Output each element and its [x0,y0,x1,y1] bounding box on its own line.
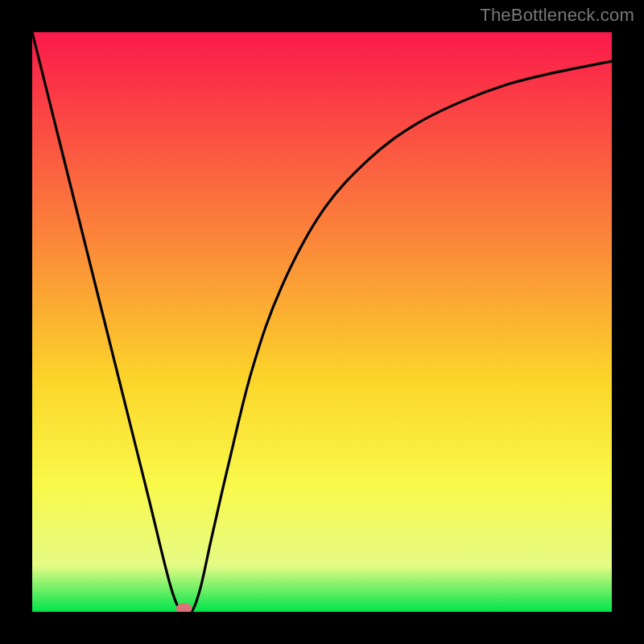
watermark-text: TheBottleneck.com [480,5,634,26]
chart-background [32,32,612,612]
chart-plot [32,32,612,612]
chart-frame: TheBottleneck.com [0,0,644,644]
